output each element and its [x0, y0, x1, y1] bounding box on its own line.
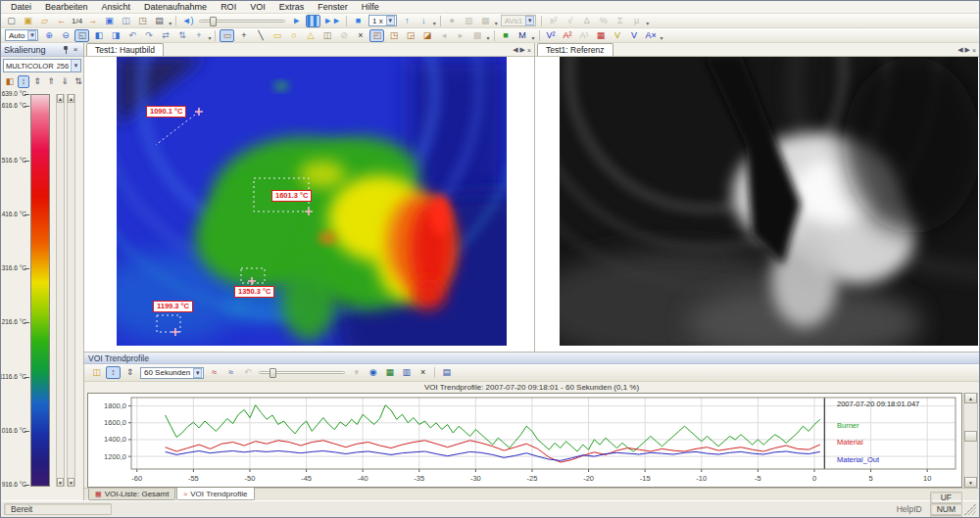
- overflow-file-icon[interactable]: ▾: [169, 20, 172, 27]
- roi-cut-button[interactable]: ⊘: [336, 29, 351, 42]
- matrix-button[interactable]: M: [515, 29, 530, 42]
- stop-button[interactable]: ■: [351, 15, 366, 27]
- overflow-ops-icon[interactable]: ▾: [646, 20, 649, 27]
- voi-v2-button[interactable]: V: [627, 29, 642, 42]
- voi-ax-button[interactable]: A×: [644, 29, 659, 42]
- scroll-down-icon[interactable]: ▼: [964, 477, 977, 488]
- export-excel-button[interactable]: ▦: [382, 366, 397, 379]
- chart-scrollbar[interactable]: ▲ ▼: [963, 393, 978, 488]
- voi-area-button[interactable]: A²: [561, 29, 575, 42]
- flip-v-button[interactable]: ⇅: [174, 29, 189, 42]
- scroll-thumb[interactable]: [964, 431, 977, 442]
- scale-min-slider[interactable]: ▲ ▼: [67, 94, 75, 487]
- pan-button[interactable]: +: [191, 29, 206, 42]
- new-report-button[interactable]: ▣: [21, 15, 35, 27]
- menu-datenaufnahme[interactable]: Datenaufnahme: [137, 2, 214, 12]
- profile-config-button[interactable]: ≈: [207, 366, 221, 379]
- roi-all-button[interactable]: ▩: [469, 29, 484, 42]
- prev-image-button[interactable]: ←: [54, 15, 69, 27]
- avs-combo[interactable]: AVs1▾: [501, 15, 537, 26]
- autoscale-button[interactable]: ↕: [106, 366, 121, 379]
- tab-referenz[interactable]: Test1: Referenz: [537, 43, 613, 56]
- trend-chart[interactable]: -60-55-50-45-40-35-30-25-20-15-10-505101…: [87, 393, 962, 488]
- op-sqrt-button[interactable]: √: [563, 15, 577, 27]
- undo-button[interactable]: ↶: [240, 366, 255, 379]
- scale-manual-button[interactable]: ⇕: [31, 75, 43, 88]
- menu-voi[interactable]: VOI: [243, 2, 272, 12]
- scale-auto-button[interactable]: ↕: [18, 75, 29, 88]
- close-view-icon[interactable]: ×: [527, 47, 531, 54]
- close-view-icon[interactable]: ×: [972, 47, 976, 54]
- roi-point-button[interactable]: +: [236, 29, 251, 42]
- pin-icon[interactable]: [61, 45, 71, 55]
- voi-area1-button[interactable]: A¹: [577, 29, 592, 42]
- image-1-button[interactable]: ◧: [91, 29, 106, 42]
- print-chart-button[interactable]: ▤: [439, 366, 454, 379]
- interval-combo[interactable]: 60 Sekunden▾: [140, 367, 204, 379]
- marker-button[interactable]: ▾: [349, 366, 364, 379]
- op-square-button[interactable]: x²: [546, 15, 561, 27]
- menu-fenster[interactable]: Fenster: [311, 2, 355, 12]
- overflow-img-icon[interactable]: ▾: [532, 34, 535, 42]
- fast-forward-button[interactable]: ►►: [322, 15, 342, 27]
- overflow-view-icon[interactable]: ▾: [208, 34, 211, 42]
- menu-ansicht[interactable]: Ansicht: [95, 2, 138, 12]
- reference-image[interactable]: [560, 57, 978, 346]
- profile-edit-button[interactable]: ≈: [223, 366, 238, 379]
- save-button[interactable]: ▣: [102, 15, 117, 27]
- roi-rect-button[interactable]: ▭: [270, 29, 284, 42]
- new-file-button[interactable]: ▢: [4, 15, 19, 27]
- spin-down-icon[interactable]: ▼: [68, 478, 74, 487]
- spin-up-icon[interactable]: ▲: [68, 94, 74, 103]
- overflow-voi-icon[interactable]: ▾: [661, 34, 663, 42]
- op-percent-button[interactable]: %: [596, 15, 611, 27]
- menu-datei[interactable]: Datei: [4, 2, 38, 12]
- bottom-tab-voi-liste-gesamt[interactable]: ▦VOI-Liste: Gesamt: [88, 489, 175, 500]
- close-icon[interactable]: ×: [71, 45, 80, 55]
- roi-copy-button[interactable]: ◫: [319, 29, 334, 42]
- overflow-roi-icon[interactable]: ▾: [486, 34, 489, 42]
- copy-button[interactable]: ◫: [119, 15, 133, 27]
- scale-down-button[interactable]: ⇓: [59, 75, 71, 88]
- scale-palette-button[interactable]: ◧: [4, 75, 16, 88]
- voi-grid-button[interactable]: ▦: [594, 29, 609, 42]
- scroll-up-icon[interactable]: ▲: [964, 393, 977, 403]
- thermal-image-area[interactable]: 1090.1 °C1601.3 °C1350.3 °C1199.3 °C: [84, 57, 534, 352]
- audio-button[interactable]: ◄): [180, 15, 195, 27]
- image-2-button[interactable]: ◨: [108, 29, 122, 42]
- scale-up-button[interactable]: ⇑: [45, 75, 57, 88]
- color-scale-bar[interactable]: [30, 94, 50, 487]
- export-button[interactable]: ◳: [135, 15, 150, 27]
- op-delta-button[interactable]: Δ: [579, 15, 594, 27]
- overflow-record-icon[interactable]: ▾: [495, 20, 498, 27]
- menu-bearbeiten[interactable]: Bearbeiten: [38, 2, 95, 12]
- next-view-icon[interactable]: ▶: [520, 46, 525, 54]
- next-image-button[interactable]: →: [85, 15, 100, 27]
- zoom-combo[interactable]: Auto▾: [5, 29, 38, 41]
- sequence-button[interactable]: ▦: [478, 15, 493, 27]
- roi-prev-button[interactable]: ◂: [436, 29, 451, 42]
- chart-table-button[interactable]: ▥: [399, 366, 414, 379]
- op-mean-button[interactable]: µ: [629, 15, 644, 27]
- step-up-button[interactable]: ↑: [400, 15, 415, 27]
- scale-full-button[interactable]: ⇅: [73, 75, 84, 88]
- roi-lock-button[interactable]: ◪: [419, 29, 434, 42]
- flip-h-button[interactable]: ⇄: [158, 29, 172, 42]
- roi-delete-button[interactable]: ×: [353, 29, 368, 42]
- prev-view-icon[interactable]: ◀: [957, 46, 962, 54]
- tab-hauptbild[interactable]: Test1: Hauptbild: [86, 43, 164, 56]
- roi-line-button[interactable]: ╲: [253, 29, 268, 42]
- scale-max-slider[interactable]: ▲ ▼: [56, 94, 65, 487]
- palette-button[interactable]: ■: [499, 29, 514, 42]
- step-down-button[interactable]: ↓: [416, 15, 431, 27]
- voi-value-button[interactable]: V²: [544, 29, 559, 42]
- trend-chart-svg[interactable]: -60-55-50-45-40-35-30-25-20-15-10-505101…: [88, 394, 961, 485]
- roi-next-button[interactable]: ▸: [453, 29, 467, 42]
- fit-window-button[interactable]: ◱: [74, 29, 89, 42]
- prev-view-icon[interactable]: ◀: [513, 46, 517, 54]
- roi-move-button[interactable]: ◲: [403, 29, 417, 42]
- reference-image-area[interactable]: [535, 57, 979, 352]
- rotate-right-button[interactable]: ↷: [141, 29, 156, 42]
- rotate-left-button[interactable]: ↶: [124, 29, 139, 42]
- chevron-down-icon[interactable]: ▾: [71, 60, 80, 71]
